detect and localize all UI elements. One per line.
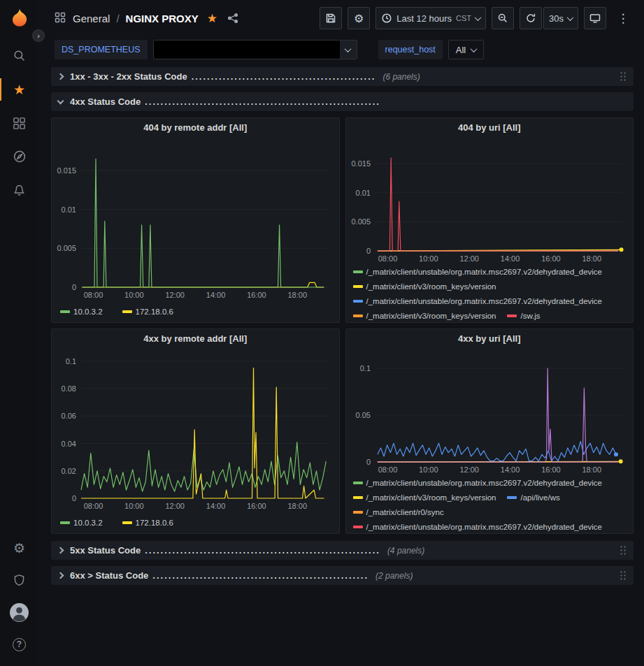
chevron-down-icon (471, 45, 478, 52)
sidebar-item-explore[interactable] (0, 140, 38, 173)
more-options-button[interactable]: ⋮ (612, 7, 634, 29)
row-title: 6xx > Status Code (70, 570, 148, 581)
grafana-logo[interactable] (9, 7, 30, 29)
avatar (9, 602, 29, 623)
legend-item[interactable]: /_matrix/client/r0/sync (353, 507, 444, 518)
legend-item[interactable]: /_matrix/client/v3/room_keys/version (353, 310, 496, 321)
datasource-variable-value[interactable] (153, 40, 357, 59)
panel-title[interactable]: 4xx by remote addr [All] (52, 329, 339, 349)
star-icon: ★ (13, 82, 25, 98)
chevron-down-icon (345, 45, 352, 52)
row-title-dots: ........................................… (145, 96, 380, 107)
legend-item[interactable]: /_matrix/client/unstable/org.matrix.msc2… (353, 266, 603, 277)
panel-title[interactable]: 404 by remote addr [All] (52, 118, 339, 138)
legend-item[interactable]: /_matrix/client/unstable/org.matrix.msc2… (353, 521, 603, 533)
datasource-variable-label[interactable]: DS_PROMETHEUS (55, 40, 148, 59)
sidebar-expand-toggle[interactable]: › (32, 29, 45, 42)
question-icon: ? (13, 638, 26, 651)
sidebar-item-server-admin[interactable] (0, 564, 38, 596)
legend-label: /api/live/ws (520, 493, 559, 502)
legend-item[interactable]: /sw.js (507, 310, 540, 321)
row-header-6xx[interactable]: 6xx > Status Code ......................… (51, 566, 634, 585)
legend-item[interactable]: /_matrix/client/v3/room_keys/version (353, 492, 496, 503)
sidebar-item-dashboards[interactable] (0, 106, 38, 140)
svg-text:18:00: 18:00 (287, 291, 307, 299)
row-drag-handle[interactable] (620, 570, 627, 581)
svg-text:10:00: 10:00 (419, 254, 438, 263)
legend-swatch (353, 482, 363, 484)
time-range-picker[interactable]: Last 12 hours CST (375, 7, 486, 29)
row-panel-count: (6 panels) (382, 72, 420, 82)
row-drag-handle[interactable] (620, 545, 627, 556)
legend-label: /_matrix/client/unstable/org.matrix.msc2… (366, 479, 603, 487)
sidebar-item-profile[interactable] (0, 596, 38, 628)
refresh-button[interactable] (520, 7, 542, 29)
sidebar-item-configuration[interactable]: ⚙ (0, 532, 38, 564)
row-header-5xx[interactable]: 5xx Status Code ........................… (51, 541, 634, 560)
timeseries-chart[interactable]: 00.020.040.060.080.108:0010:0012:0014:00… (52, 349, 339, 512)
legend-item[interactable]: /_matrix/client/unstable/org.matrix.msc2… (353, 296, 603, 307)
legend-item[interactable]: /_matrix/client/v3/room_keys/version (353, 281, 496, 292)
chart-legend: 10.0.3.2172.18.0.6 (52, 512, 339, 533)
zoom-out-icon (497, 13, 508, 24)
dashboard-settings-button[interactable]: ⚙ (348, 7, 370, 29)
svg-text:12:00: 12:00 (459, 465, 479, 474)
compass-icon (13, 150, 27, 164)
svg-text:18:00: 18:00 (582, 465, 601, 474)
svg-text:16:00: 16:00 (247, 291, 266, 299)
legend-swatch (507, 314, 517, 317)
svg-text:10:00: 10:00 (124, 502, 144, 510)
row-drag-handle[interactable] (620, 71, 627, 82)
save-dashboard-button[interactable] (320, 7, 342, 29)
monitor-icon (589, 13, 601, 24)
chart-svg: 00.0050.010.01508:0010:0012:0014:0016:00… (346, 138, 634, 265)
share-icon[interactable] (227, 13, 238, 24)
legend-item[interactable]: 172.18.0.6 (122, 517, 173, 528)
legend-swatch (353, 314, 363, 317)
legend-item[interactable]: 172.18.0.6 (122, 306, 173, 317)
row-header-4xx[interactable]: 4xx Status Code ........................… (51, 92, 634, 111)
legend-item[interactable]: /api/live/ws (507, 492, 559, 503)
svg-text:16:00: 16:00 (541, 254, 561, 263)
breadcrumb-section[interactable]: General (73, 13, 110, 24)
panel-title[interactable]: 4xx by uri [All] (346, 329, 634, 349)
sidebar-item-starred[interactable]: ★ (0, 73, 38, 106)
row-header-1xx-3xx-2xx[interactable]: 1xx - 3xx - 2xx Status Code ............… (51, 67, 634, 86)
legend-item[interactable]: 10.0.3.2 (60, 306, 103, 317)
panel-title[interactable]: 404 by uri [All] (346, 118, 634, 138)
svg-text:12:00: 12:00 (165, 502, 185, 510)
sidebar-item-help[interactable]: ? (0, 628, 38, 660)
svg-text:0: 0 (72, 494, 76, 502)
svg-text:0: 0 (366, 247, 370, 255)
row-title: 4xx Status Code (70, 96, 141, 107)
legend-swatch (353, 511, 363, 514)
redacted-value (154, 41, 340, 59)
svg-text:0.005: 0.005 (57, 244, 76, 252)
timeseries-chart[interactable]: 00.0050.010.01508:0010:0012:0014:0016:00… (346, 138, 634, 265)
timeseries-chart[interactable]: 00.050.108:0010:0012:0014:0016:0018:00 (346, 349, 634, 476)
favorite-star-icon[interactable]: ★ (207, 11, 217, 26)
sidebar-item-alerting[interactable] (0, 173, 38, 207)
svg-text:18:00: 18:00 (582, 254, 601, 263)
legend-label: /_matrix/client/v3/room_keys/version (366, 493, 496, 502)
legend-item[interactable]: 10.0.3.2 (60, 517, 103, 528)
panel-grid: 404 by remote addr [All] 00.0050.010.015… (51, 117, 634, 534)
flame-icon (12, 9, 26, 27)
legend-label: /_matrix/client/v3/room_keys/version (366, 312, 496, 320)
zoom-out-button[interactable] (492, 7, 514, 29)
svg-text:12:00: 12:00 (459, 254, 479, 263)
tv-mode-button[interactable] (584, 7, 606, 29)
legend-item[interactable]: /_matrix/client/unstable/org.matrix.msc2… (353, 477, 603, 488)
timeseries-chart[interactable]: 00.0050.010.01508:0010:0012:0014:0016:00… (52, 138, 339, 301)
dashboard-title[interactable]: NGINX PROXY (126, 13, 199, 24)
request-host-variable-value[interactable]: All (448, 40, 484, 59)
svg-text:16:00: 16:00 (541, 465, 561, 474)
request-host-variable-label[interactable]: request_host (378, 40, 443, 59)
panel-404-by-uri: 404 by uri [All] 00.0050.010.01508:0010:… (345, 117, 634, 323)
legend-label: /_matrix/client/unstable/org.matrix.msc2… (366, 268, 603, 276)
chevron-right-icon (57, 73, 64, 80)
svg-text:14:00: 14:00 (206, 502, 226, 510)
sidebar-item-search[interactable] (0, 39, 38, 73)
refresh-interval-dropdown[interactable]: 30s (543, 7, 578, 29)
variables-bar: DS_PROMETHEUS request_host All (38, 36, 644, 63)
